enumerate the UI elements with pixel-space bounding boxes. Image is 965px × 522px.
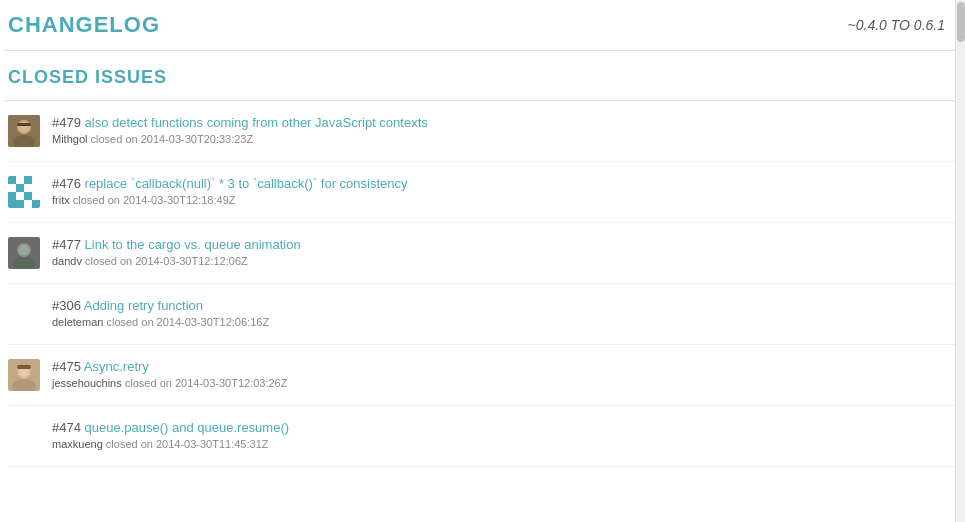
list-item: #479 also detect functions coming from o… <box>8 101 961 162</box>
issue-author: dandv <box>52 255 82 267</box>
section-title: CLOSED ISSUES <box>8 67 961 88</box>
svg-rect-8 <box>16 184 24 192</box>
svg-rect-4 <box>17 123 31 126</box>
avatar <box>8 176 40 208</box>
issue-meta: Mithgol closed on 2014-03-30T20:33:23Z <box>52 133 961 145</box>
header: CHANGELOG ~0.4.0 TO 0.6.1 <box>4 0 965 51</box>
issue-closed-at: closed on 2014-03-30T11:45:31Z <box>106 438 269 450</box>
issue-meta: maxkueng closed on 2014-03-30T11:45:31Z <box>52 438 961 450</box>
list-item: #306 Adding retry function deleteman clo… <box>8 284 961 345</box>
issue-body: #475 Async.retry jessehouchins closed on… <box>52 359 961 389</box>
svg-rect-7 <box>24 176 32 184</box>
issue-number: #474 <box>52 420 81 435</box>
issue-closed-at: closed on 2014-03-30T12:18:49Z <box>73 194 236 206</box>
svg-rect-13 <box>32 200 40 208</box>
issue-title-line: #306 Adding retry function <box>52 298 961 313</box>
issue-link[interactable]: Link to the cargo vs. queue animation <box>85 237 301 252</box>
issue-body: #474 queue.pause() and queue.resume() ma… <box>52 420 961 450</box>
svg-point-17 <box>19 245 29 255</box>
closed-issues-section-header: CLOSED ISSUES <box>4 51 965 101</box>
list-item: #475 Async.retry jessehouchins closed on… <box>8 345 961 406</box>
svg-rect-22 <box>17 365 31 369</box>
issue-closed-at: closed on 2014-03-30T12:12:06Z <box>85 255 248 267</box>
scrollbar[interactable] <box>955 0 965 522</box>
svg-rect-10 <box>24 192 32 200</box>
issue-number: #476 <box>52 176 81 191</box>
issue-number: #477 <box>52 237 81 252</box>
issue-author: Mithgol <box>52 133 87 145</box>
issue-body: #306 Adding retry function deleteman clo… <box>52 298 961 328</box>
issue-body: #476 replace `callback(null)` * 3 to `ca… <box>52 176 961 206</box>
version-range: ~0.4.0 TO 0.6.1 <box>848 17 945 33</box>
svg-rect-9 <box>8 192 16 200</box>
issue-body: #479 also detect functions coming from o… <box>52 115 961 145</box>
issue-title-line: #479 also detect functions coming from o… <box>52 115 961 130</box>
issue-closed-at: closed on 2014-03-30T20:33:23Z <box>91 133 254 145</box>
avatar-image <box>8 115 40 147</box>
list-item: #477 Link to the cargo vs. queue animati… <box>8 223 961 284</box>
svg-rect-11 <box>16 200 24 208</box>
avatar-image-dandv <box>8 237 40 269</box>
issue-link[interactable]: replace `callback(null)` * 3 to `callbac… <box>85 176 408 191</box>
main-content: CHANGELOG ~0.4.0 TO 0.6.1 CLOSED ISSUES <box>0 0 965 522</box>
page-title: CHANGELOG <box>8 12 160 38</box>
issue-closed-at: closed on 2014-03-30T12:03:26Z <box>125 377 288 389</box>
avatar <box>8 115 40 147</box>
issue-body: #477 Link to the cargo vs. queue animati… <box>52 237 961 267</box>
issue-title-line: #477 Link to the cargo vs. queue animati… <box>52 237 961 252</box>
issue-number: #475 <box>52 359 81 374</box>
issue-title-line: #474 queue.pause() and queue.resume() <box>52 420 961 435</box>
avatar <box>8 359 40 391</box>
issue-meta: dandv closed on 2014-03-30T12:12:06Z <box>52 255 961 267</box>
issue-closed-at: closed on 2014-03-30T12:06:16Z <box>106 316 269 328</box>
page-wrapper: CHANGELOG ~0.4.0 TO 0.6.1 CLOSED ISSUES <box>0 0 965 522</box>
svg-rect-12 <box>8 200 16 208</box>
issue-link[interactable]: also detect functions coming from other … <box>85 115 428 130</box>
issue-link[interactable]: queue.pause() and queue.resume() <box>85 420 290 435</box>
issue-author: fritx <box>52 194 70 206</box>
issue-link[interactable]: Adding retry function <box>84 298 203 313</box>
svg-rect-6 <box>8 176 16 184</box>
issue-title-line: #475 Async.retry <box>52 359 961 374</box>
avatar-image-jessehouchins <box>8 359 40 391</box>
issue-number: #479 <box>52 115 81 130</box>
issue-meta: fritx closed on 2014-03-30T12:18:49Z <box>52 194 961 206</box>
scrollbar-thumb[interactable] <box>957 2 965 42</box>
issue-author: maxkueng <box>52 438 103 450</box>
issue-link[interactable]: Async.retry <box>84 359 149 374</box>
issue-author: jessehouchins <box>52 377 122 389</box>
issue-number: #306 <box>52 298 81 313</box>
issue-meta: jessehouchins closed on 2014-03-30T12:03… <box>52 377 961 389</box>
issues-list: #479 also detect functions coming from o… <box>4 101 965 467</box>
issue-title-line: #476 replace `callback(null)` * 3 to `ca… <box>52 176 961 191</box>
list-item: #474 queue.pause() and queue.resume() ma… <box>8 406 961 467</box>
list-item: #476 replace `callback(null)` * 3 to `ca… <box>8 162 961 223</box>
avatar-image-identicon <box>8 176 40 208</box>
issue-author: deleteman <box>52 316 103 328</box>
avatar <box>8 237 40 269</box>
issue-meta: deleteman closed on 2014-03-30T12:06:16Z <box>52 316 961 328</box>
